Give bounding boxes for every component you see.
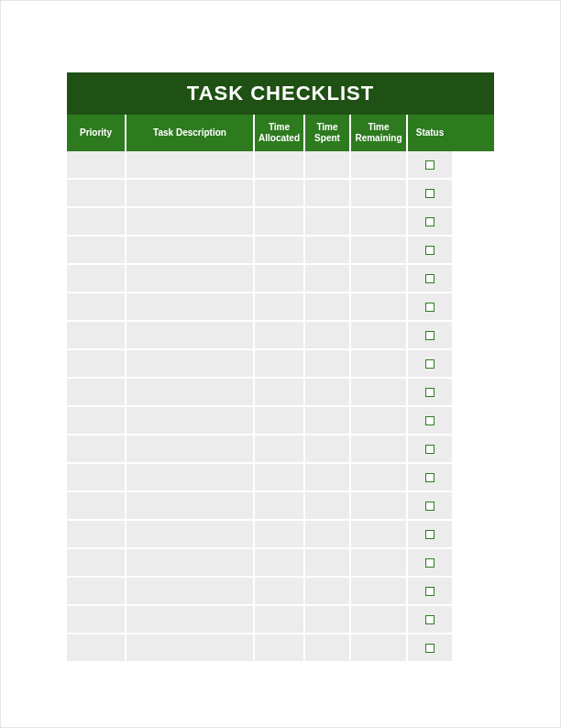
cell-alloc[interactable] [255, 151, 305, 180]
cell-priority[interactable] [67, 549, 126, 578]
cell-alloc[interactable] [255, 180, 305, 208]
cell-desc[interactable] [126, 151, 255, 180]
cell-remain[interactable] [351, 578, 408, 606]
cell-priority[interactable] [67, 322, 126, 350]
cell-remain[interactable] [351, 208, 408, 237]
cell-priority[interactable] [67, 293, 126, 322]
cell-priority[interactable] [67, 180, 126, 208]
cell-spent[interactable] [305, 293, 351, 322]
cell-remain[interactable] [351, 521, 408, 549]
checkbox-icon[interactable] [425, 558, 434, 568]
cell-spent[interactable] [305, 265, 351, 293]
cell-priority[interactable] [67, 634, 126, 663]
cell-spent[interactable] [305, 549, 351, 578]
cell-desc[interactable] [126, 350, 255, 379]
cell-priority[interactable] [67, 265, 126, 293]
cell-alloc[interactable] [255, 379, 305, 407]
cell-alloc[interactable] [255, 549, 305, 578]
checkbox-icon[interactable] [425, 445, 434, 454]
cell-remain[interactable] [351, 322, 408, 350]
cell-alloc[interactable] [255, 464, 305, 492]
cell-desc[interactable] [126, 436, 255, 464]
checkbox-icon[interactable] [425, 473, 434, 482]
cell-remain[interactable] [351, 549, 408, 578]
cell-desc[interactable] [126, 464, 255, 492]
checkbox-icon[interactable] [425, 587, 434, 596]
cell-desc[interactable] [126, 265, 255, 293]
checkbox-icon[interactable] [425, 615, 434, 624]
cell-spent[interactable] [305, 521, 351, 549]
cell-priority[interactable] [67, 379, 126, 407]
cell-priority[interactable] [67, 521, 126, 549]
cell-alloc[interactable] [255, 634, 305, 663]
cell-spent[interactable] [305, 436, 351, 464]
checkbox-icon[interactable] [425, 303, 434, 312]
cell-alloc[interactable] [255, 208, 305, 237]
cell-spent[interactable] [305, 407, 351, 436]
cell-remain[interactable] [351, 407, 408, 436]
cell-alloc[interactable] [255, 322, 305, 350]
checkbox-icon[interactable] [425, 530, 434, 539]
cell-desc[interactable] [126, 180, 255, 208]
checkbox-icon[interactable] [425, 189, 434, 198]
cell-alloc[interactable] [255, 492, 305, 521]
cell-alloc[interactable] [255, 407, 305, 436]
cell-remain[interactable] [351, 180, 408, 208]
cell-remain[interactable] [351, 606, 408, 634]
checkbox-icon[interactable] [425, 388, 434, 397]
cell-spent[interactable] [305, 208, 351, 237]
cell-desc[interactable] [126, 492, 255, 521]
cell-spent[interactable] [305, 578, 351, 606]
cell-spent[interactable] [305, 492, 351, 521]
checkbox-icon[interactable] [425, 274, 434, 283]
checkbox-icon[interactable] [425, 644, 434, 653]
cell-priority[interactable] [67, 578, 126, 606]
cell-desc[interactable] [126, 549, 255, 578]
cell-spent[interactable] [305, 237, 351, 265]
cell-alloc[interactable] [255, 293, 305, 322]
cell-desc[interactable] [126, 293, 255, 322]
cell-priority[interactable] [67, 492, 126, 521]
cell-remain[interactable] [351, 464, 408, 492]
cell-alloc[interactable] [255, 265, 305, 293]
cell-priority[interactable] [67, 237, 126, 265]
cell-desc[interactable] [126, 521, 255, 549]
cell-spent[interactable] [305, 180, 351, 208]
cell-remain[interactable] [351, 350, 408, 379]
checkbox-icon[interactable] [425, 502, 434, 511]
cell-desc[interactable] [126, 322, 255, 350]
cell-desc[interactable] [126, 208, 255, 237]
cell-remain[interactable] [351, 237, 408, 265]
cell-priority[interactable] [67, 606, 126, 634]
cell-spent[interactable] [305, 464, 351, 492]
cell-remain[interactable] [351, 151, 408, 180]
cell-alloc[interactable] [255, 350, 305, 379]
checkbox-icon[interactable] [425, 416, 434, 425]
cell-spent[interactable] [305, 350, 351, 379]
cell-priority[interactable] [67, 464, 126, 492]
cell-desc[interactable] [126, 634, 255, 663]
cell-alloc[interactable] [255, 578, 305, 606]
cell-remain[interactable] [351, 634, 408, 663]
cell-priority[interactable] [67, 407, 126, 436]
cell-alloc[interactable] [255, 606, 305, 634]
cell-spent[interactable] [305, 606, 351, 634]
cell-desc[interactable] [126, 578, 255, 606]
checkbox-icon[interactable] [425, 359, 434, 369]
cell-alloc[interactable] [255, 521, 305, 549]
cell-spent[interactable] [305, 151, 351, 180]
cell-alloc[interactable] [255, 237, 305, 265]
cell-priority[interactable] [67, 208, 126, 237]
cell-remain[interactable] [351, 379, 408, 407]
cell-priority[interactable] [67, 151, 126, 180]
cell-desc[interactable] [126, 606, 255, 634]
cell-remain[interactable] [351, 436, 408, 464]
checkbox-icon[interactable] [425, 246, 434, 255]
cell-spent[interactable] [305, 634, 351, 663]
checkbox-icon[interactable] [425, 217, 434, 226]
cell-desc[interactable] [126, 407, 255, 436]
cell-spent[interactable] [305, 322, 351, 350]
cell-priority[interactable] [67, 350, 126, 379]
cell-remain[interactable] [351, 293, 408, 322]
cell-priority[interactable] [67, 436, 126, 464]
